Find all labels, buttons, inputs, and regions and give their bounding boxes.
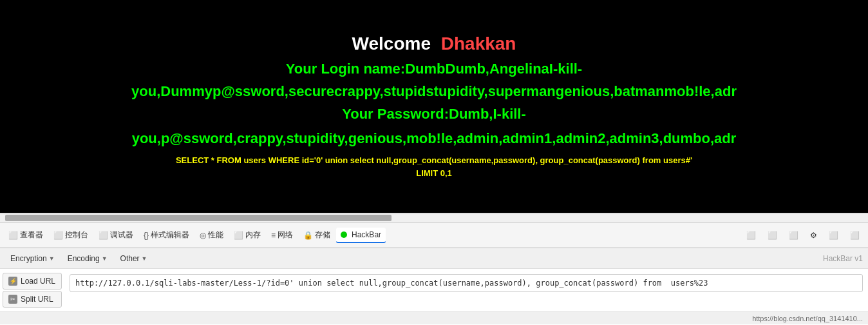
password-line1: Your Password:Dumb,I-kill- <box>342 104 526 124</box>
storage-icon: 🔒 <box>303 231 313 240</box>
responsive-design-icon[interactable]: ⬜ <box>742 228 760 242</box>
devtools-storage[interactable]: 🔒 存储 <box>299 227 335 243</box>
sql-line1: SELECT * FROM users WHERE id='0' union s… <box>176 154 692 167</box>
hackbar-panel: Encryption ▼ Encoding ▼ Other ▼ HackBar … <box>0 248 868 311</box>
load-url-label: Load URL <box>21 277 55 286</box>
devtools-network[interactable]: ≡ 网络 <box>267 227 297 243</box>
url-input[interactable] <box>70 274 863 292</box>
hackbar-label: HackBar <box>352 230 381 239</box>
storage-label: 存储 <box>315 230 330 241</box>
memory-label: 内存 <box>245 230 261 241</box>
performance-label: 性能 <box>208 230 223 241</box>
encryption-menu[interactable]: Encryption ▼ <box>5 252 60 265</box>
encryption-label: Encryption <box>10 254 47 263</box>
devtools-style-editor[interactable]: {} 样式编辑器 <box>139 227 194 243</box>
encoding-arrow: ▼ <box>102 255 108 262</box>
sql-line2: LIMIT 0,1 <box>416 167 452 180</box>
devtools-hackbar[interactable]: HackBar <box>336 228 386 243</box>
horizontal-scrollbar[interactable] <box>0 213 868 223</box>
inspector-label: 查看器 <box>20 230 43 241</box>
dock-icon[interactable]: ⬜ <box>784 228 803 242</box>
hackbar-menu-row: Encryption ▼ Encoding ▼ Other ▼ HackBar … <box>0 248 868 269</box>
load-url-icon: ⚡ <box>8 277 17 286</box>
devtools-inspector[interactable]: ⬜ 查看器 <box>4 227 48 243</box>
devtools-memory[interactable]: ⬜ 内存 <box>229 227 265 243</box>
password-line2: you,p@ssword,crappy,stupidity,genious,mo… <box>132 129 737 149</box>
other-menu[interactable]: Other ▼ <box>115 252 153 265</box>
hackbar-input-area <box>64 271 868 309</box>
split-url-icon: ✂ <box>8 295 17 304</box>
network-label: 网络 <box>278 230 293 241</box>
split-url-button[interactable]: ✂ Split URL <box>3 291 62 308</box>
network-icon: ≡ <box>271 231 276 240</box>
encoding-menu[interactable]: Encoding ▼ <box>62 252 113 265</box>
split-url-label: Split URL <box>21 295 53 304</box>
performance-icon: ◎ <box>200 231 206 240</box>
split-console-icon[interactable]: ⬜ <box>763 228 782 242</box>
overflow-icon[interactable]: ⬜ <box>824 228 843 242</box>
hackbar-dot-icon <box>341 231 347 238</box>
close-devtools-icon[interactable]: ⬜ <box>845 228 864 242</box>
other-arrow: ▼ <box>142 255 147 262</box>
devtools-debugger[interactable]: ⬜ 调试器 <box>94 227 138 243</box>
console-label: 控制台 <box>65 230 88 241</box>
other-label: Other <box>120 254 140 263</box>
login-name-line1: Your Login name:DumbDumb,AngelinaI-kill- <box>286 59 582 79</box>
debugger-label: 调试器 <box>110 230 133 241</box>
hackbar-version: HackBar v1 <box>823 254 863 263</box>
status-bar: https://blog.csdn.net/qq_3141410... <box>0 311 868 324</box>
memory-icon: ⬜ <box>234 231 243 240</box>
scrollbar-thumb[interactable] <box>5 215 392 221</box>
hackbar-content: ⚡ Load URL ✂ Split URL <box>0 269 868 311</box>
dhakkan-text: Dhakkan <box>441 34 516 54</box>
encryption-arrow: ▼ <box>49 255 55 262</box>
style-editor-label: 样式编辑器 <box>151 230 189 241</box>
welcome-line: Welcome Dhakkan <box>352 34 516 54</box>
settings-icon[interactable]: ⚙ <box>806 228 822 242</box>
encoding-label: Encoding <box>68 254 100 263</box>
inspector-icon: ⬜ <box>8 231 18 240</box>
login-name-line2: you,Dummyp@ssword,securecrappy,stupidstu… <box>131 82 737 102</box>
devtools-console[interactable]: ⬜ 控制台 <box>49 227 93 243</box>
load-url-button[interactable]: ⚡ Load URL <box>3 273 62 290</box>
console-icon: ⬜ <box>53 231 63 240</box>
devtools-toolbar: ⬜ 查看器 ⬜ 控制台 ⬜ 调试器 {} 样式编辑器 ◎ 性能 ⬜ 内存 ≡ 网… <box>0 223 868 248</box>
status-url: https://blog.csdn.net/qq_3141410... <box>752 315 863 322</box>
main-content: Welcome Dhakkan Your Login name:DumbDumb… <box>0 0 868 213</box>
devtools-performance[interactable]: ◎ 性能 <box>195 227 228 243</box>
style-editor-icon: {} <box>144 231 149 240</box>
hackbar-action-buttons: ⚡ Load URL ✂ Split URL <box>0 271 64 309</box>
welcome-text: Welcome <box>352 34 431 54</box>
debugger-icon: ⬜ <box>99 231 108 240</box>
devtools-right-buttons: ⬜ ⬜ ⬜ ⚙ ⬜ ⬜ <box>742 228 864 242</box>
